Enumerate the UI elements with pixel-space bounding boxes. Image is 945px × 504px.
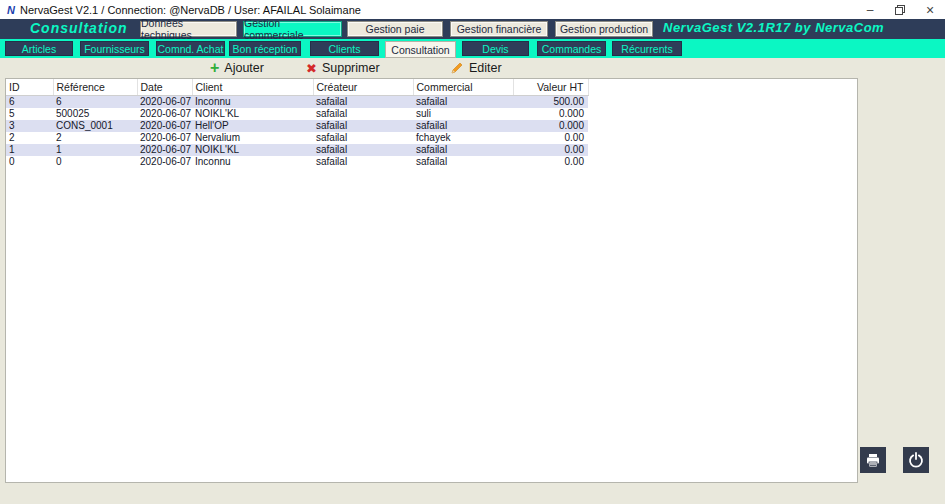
close-icon: × (926, 2, 934, 18)
table-header: ID Référence Date Client Créateur Commer… (6, 79, 588, 95)
table-cell: 0 (6, 156, 53, 168)
minimize-icon: – (867, 3, 874, 17)
print-button[interactable] (860, 447, 886, 473)
table-cell: safailal (313, 144, 413, 156)
table-cell: 2 (6, 132, 53, 144)
table-cell: 0.00 (513, 156, 588, 168)
table-cell: NOIKL'KL (192, 108, 313, 120)
table-cell: 1 (53, 144, 137, 156)
table-cell: Inconnu (192, 95, 313, 108)
table-cell: 2020-06-07 (137, 156, 192, 168)
edit-button[interactable]: Editer (450, 59, 502, 77)
toolbar: + Ajouter ✖ Supprimer Editer (0, 58, 945, 78)
tab-comnd-achat[interactable]: Comnd. Achat (156, 41, 225, 56)
table-cell: 5 (6, 108, 53, 120)
table-row[interactable]: 222020-06-07Nervaliumsafailalfchayek0.00 (6, 132, 588, 144)
pencil-icon (450, 61, 464, 75)
edit-button-label: Editer (469, 61, 502, 75)
table-cell: 0.00 (513, 132, 588, 144)
module-gestion-production[interactable]: Gestion production (555, 21, 653, 37)
table-row[interactable]: 55000252020-06-07NOIKL'KLsafailalsuli0.0… (6, 108, 588, 120)
table-cell: safailal (413, 156, 513, 168)
tab-recurrents[interactable]: Récurrents (612, 41, 682, 56)
tab-consultation[interactable]: Consultation (385, 41, 456, 58)
table-cell: Hell'OP (192, 120, 313, 132)
window-controls: – × (855, 0, 945, 19)
table-cell: NOIKL'KL (192, 144, 313, 156)
table-cell: safailal (313, 120, 413, 132)
plus-icon: + (210, 61, 219, 75)
table-cell: safailal (413, 95, 513, 108)
column-header-id[interactable]: ID (6, 79, 53, 95)
table-cell: 0.00 (513, 144, 588, 156)
tab-bar: Articles Fournisseurs Comnd. Achat Bon r… (0, 39, 945, 58)
table-row[interactable]: 3CONS_00012020-06-07Hell'OPsafailalsafai… (6, 120, 588, 132)
module-gestion-financiere[interactable]: Gestion financière (450, 21, 548, 37)
table-cell: safailal (313, 95, 413, 108)
tab-bon-reception[interactable]: Bon réception (229, 41, 301, 56)
column-header-reference[interactable]: Référence (53, 79, 137, 95)
column-header-client[interactable]: Client (192, 79, 313, 95)
table-body: 662020-06-07Inconnusafailalsafailal500.0… (6, 95, 588, 168)
table-cell: 2020-06-07 (137, 108, 192, 120)
consultation-panel: ID Référence Date Client Créateur Commer… (5, 78, 858, 483)
consultations-table: ID Référence Date Client Créateur Commer… (6, 79, 589, 168)
table-cell: 2020-06-07 (137, 120, 192, 132)
table-row[interactable]: 112020-06-07NOIKL'KLsafailalsafailal0.00 (6, 144, 588, 156)
table-cell: 6 (53, 95, 137, 108)
table-cell: safailal (413, 144, 513, 156)
column-header-valeur-ht[interactable]: Valeur HT (513, 79, 588, 95)
power-button[interactable] (903, 447, 929, 473)
table-cell: Inconnu (192, 156, 313, 168)
module-gestion-paie[interactable]: Gestion paie (347, 21, 443, 37)
app-window: N NervaGest V2.1 / Connection: @NervaDB … (0, 0, 945, 504)
table-cell: 0.000 (513, 120, 588, 132)
power-icon (908, 452, 924, 468)
printer-icon (865, 453, 881, 468)
module-donnees-techniques[interactable]: Données techniques (140, 21, 237, 37)
table-cell: 2020-06-07 (137, 132, 192, 144)
table-cell: safailal (313, 108, 413, 120)
table-row[interactable]: 662020-06-07Inconnusafailalsafailal500.0… (6, 95, 588, 108)
table-cell: 2020-06-07 (137, 144, 192, 156)
table-cell: 0 (53, 156, 137, 168)
table-cell: safailal (313, 132, 413, 144)
table-cell: 2020-06-07 (137, 95, 192, 108)
restore-icon (895, 5, 905, 15)
table-cell: 500.00 (513, 95, 588, 108)
close-button[interactable]: × (915, 0, 945, 19)
maximize-button[interactable] (885, 0, 915, 19)
delete-x-icon: ✖ (306, 61, 317, 76)
tab-articles[interactable]: Articles (5, 41, 73, 56)
table-cell: 3 (6, 120, 53, 132)
column-header-createur[interactable]: Créateur (313, 79, 413, 95)
table-cell: safailal (413, 120, 513, 132)
delete-button[interactable]: ✖ Supprimer (306, 59, 380, 77)
brand-text: NervaGest V2.1R17 by NervaCom (663, 20, 923, 35)
table-cell: 6 (6, 95, 53, 108)
table-cell: 0.000 (513, 108, 588, 120)
app-logo-icon: N (7, 4, 14, 16)
table-row[interactable]: 002020-06-07Inconnusafailalsafailal0.00 (6, 156, 588, 168)
add-button[interactable]: + Ajouter (210, 59, 264, 77)
tab-clients[interactable]: Clients (310, 41, 379, 56)
column-header-commercial[interactable]: Commercial (413, 79, 513, 95)
table-cell: fchayek (413, 132, 513, 144)
table-cell: Nervalium (192, 132, 313, 144)
table-cell: CONS_0001 (53, 120, 137, 132)
tab-fournisseurs[interactable]: Fournisseurs (80, 41, 149, 56)
table-cell: 2 (53, 132, 137, 144)
table-cell: 1 (6, 144, 53, 156)
table-cell: safailal (313, 156, 413, 168)
module-gestion-commerciale[interactable]: Gestion commerciale (243, 21, 342, 37)
add-button-label: Ajouter (224, 61, 264, 75)
column-header-date[interactable]: Date (137, 79, 192, 95)
page-title: Consultation (30, 20, 128, 36)
tab-devis[interactable]: Devis (462, 41, 529, 56)
table-cell: suli (413, 108, 513, 120)
delete-button-label: Supprimer (322, 61, 380, 75)
tab-commandes[interactable]: Commandes (537, 41, 606, 56)
minimize-button[interactable]: – (855, 0, 885, 19)
module-bar: Consultation Données techniques Gestion … (0, 19, 945, 39)
window-title: NervaGest V2.1 / Connection: @NervaDB / … (20, 4, 361, 16)
